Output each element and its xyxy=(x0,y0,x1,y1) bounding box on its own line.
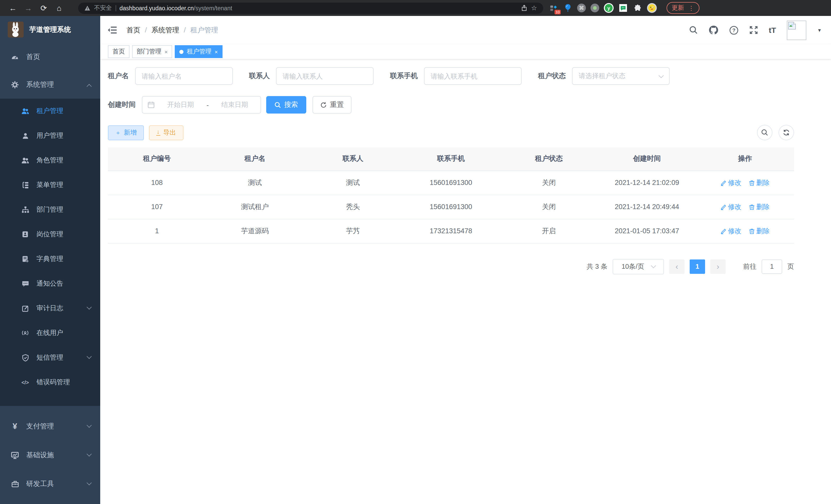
date-start-placeholder[interactable]: 开始日期 xyxy=(160,100,201,110)
update-label: 更新 xyxy=(672,4,684,12)
sidebar-item-dict[interactable]: 字典管理 xyxy=(0,246,100,271)
close-icon[interactable]: × xyxy=(165,49,168,55)
bookmark-star-icon[interactable]: ☆ xyxy=(531,4,537,12)
sidebar-item-audit-log[interactable]: 审计日志 xyxy=(0,296,100,321)
edit-link[interactable]: 修改 xyxy=(720,202,741,211)
recorder-extension-icon[interactable] xyxy=(591,4,599,12)
github-icon[interactable] xyxy=(709,25,718,35)
show-search-button[interactable] xyxy=(757,125,772,140)
edit-link[interactable]: 修改 xyxy=(720,226,741,236)
sidebar-item-errcode[interactable]: </> 错误码管理 xyxy=(0,370,100,394)
forward-icon[interactable]: → xyxy=(21,0,36,16)
sidebar-item-role[interactable]: 角色管理 xyxy=(0,148,100,173)
export-button[interactable]: ↓ 导出 xyxy=(149,125,183,140)
col-status: 租户状态 xyxy=(500,147,598,171)
extension-badge-icon[interactable]: 10 xyxy=(548,3,558,13)
sidebar-item-home[interactable]: 首页 xyxy=(0,43,100,71)
date-end-placeholder[interactable]: 结束日期 xyxy=(214,100,255,110)
sidebar-item-system[interactable]: 系统管理 xyxy=(0,71,100,99)
refresh-button[interactable] xyxy=(779,125,794,140)
menu-tree-icon xyxy=(21,181,30,189)
add-button[interactable]: ＋ 新增 xyxy=(108,125,144,140)
breadcrumb-system[interactable]: 系统管理 xyxy=(152,25,179,35)
kite-extension-icon[interactable] xyxy=(563,3,573,13)
breadcrumb-home[interactable]: 首页 xyxy=(126,25,140,35)
address-bar[interactable]: 不安全 dashboard.yudao.iocoder.cn/system/te… xyxy=(78,2,543,13)
sidebar-item-pay[interactable]: ¥ 支付管理 xyxy=(0,412,100,441)
browser-update-button[interactable]: 更新 ⋮ xyxy=(666,2,699,14)
cell-contact: 芋艿 xyxy=(304,219,402,243)
shield-check-icon xyxy=(21,354,30,361)
url-text[interactable]: dashboard.yudao.iocoder.cn/system/tenant xyxy=(119,5,232,11)
page-size-select[interactable]: 10条/页 xyxy=(612,259,664,274)
sidebar-item-user[interactable]: 用户管理 xyxy=(0,123,100,148)
sidebar-item-dept[interactable]: 部门管理 xyxy=(0,197,100,222)
profile-avatar-icon[interactable] xyxy=(647,3,657,13)
sidebar-item-tenant[interactable]: 租户管理 xyxy=(0,99,100,123)
sidebar-item-label: 短信管理 xyxy=(36,353,63,362)
svg-text:?: ? xyxy=(732,27,736,33)
next-page-button[interactable]: › xyxy=(710,259,726,274)
sidebar-item-devtools[interactable]: 研发工具 xyxy=(0,470,100,498)
app-logo-row[interactable]: 芋道管理系统 xyxy=(0,16,100,43)
screen: ← → ⟳ ⌂ 不安全 dashboard.yudao.iocoder.cn/s… xyxy=(0,0,831,504)
yudao-extension-icon[interactable]: y xyxy=(604,3,613,13)
sidebar-item-menu[interactable]: 菜单管理 xyxy=(0,173,100,197)
close-icon[interactable]: × xyxy=(214,49,218,55)
pagination-total: 共 3 条 xyxy=(586,262,607,271)
prev-page-button[interactable]: ‹ xyxy=(669,259,685,274)
command-extension-icon[interactable]: ⌘ xyxy=(577,4,586,12)
delete-link[interactable]: 删除 xyxy=(748,202,770,211)
security-label[interactable]: 不安全 xyxy=(94,4,112,12)
users-icon xyxy=(21,107,30,115)
message-icon xyxy=(21,280,30,288)
avatar[interactable] xyxy=(787,20,806,40)
sidebar-item-online-users[interactable]: 在线用户 xyxy=(0,321,100,345)
fullscreen-icon[interactable] xyxy=(749,26,758,34)
back-icon[interactable]: ← xyxy=(5,0,21,16)
sidebar-item-post[interactable]: 岗位管理 xyxy=(0,222,100,246)
reset-button[interactable]: 重置 xyxy=(312,96,351,114)
sidebar-item-label: 系统管理 xyxy=(26,80,54,89)
tenant-name-input[interactable] xyxy=(135,67,233,85)
reload-icon[interactable]: ⟳ xyxy=(36,0,51,16)
breadcrumb-separator: / xyxy=(184,26,186,34)
font-size-icon[interactable]: tT xyxy=(769,26,776,34)
home-icon[interactable]: ⌂ xyxy=(51,0,67,16)
share-icon[interactable] xyxy=(521,5,527,11)
cell-mobile: 17321315478 xyxy=(402,219,500,243)
menu-kebab-icon[interactable]: ⋮ xyxy=(688,4,694,11)
date-range-picker[interactable]: 开始日期 - 结束日期 xyxy=(142,96,261,114)
current-page-button[interactable]: 1 xyxy=(690,259,705,274)
extensions-puzzle-icon[interactable] xyxy=(633,3,642,13)
goto-label: 前往 xyxy=(743,262,756,271)
sidebar-item-notice[interactable]: 通知公告 xyxy=(0,271,100,296)
edit-link[interactable]: 修改 xyxy=(720,178,741,187)
audit-log-icon xyxy=(21,304,30,312)
sidebar-item-sms[interactable]: 短信管理 xyxy=(0,345,100,370)
cell-name: 芋道源码 xyxy=(206,219,304,243)
download-icon: ↓ xyxy=(156,129,160,136)
mobile-input[interactable] xyxy=(424,67,522,85)
tab-home[interactable]: 首页 xyxy=(108,45,130,58)
sidebar-item-label: 部门管理 xyxy=(36,205,63,214)
url-path: /system/tenant xyxy=(194,5,232,11)
sidebar-item-label: 字典管理 xyxy=(36,254,63,264)
search-button[interactable]: 搜索 xyxy=(266,96,306,114)
warning-icon xyxy=(84,5,90,11)
chat-extension-icon[interactable] xyxy=(618,3,628,13)
help-icon[interactable]: ? xyxy=(729,25,739,35)
sidebar-fold-icon[interactable] xyxy=(107,26,117,34)
tab-dept[interactable]: 部门管理 × xyxy=(132,45,172,58)
sidebar-item-infra[interactable]: 基础设施 xyxy=(0,441,100,470)
search-icon[interactable] xyxy=(689,26,698,34)
goto-page-input[interactable] xyxy=(762,259,782,274)
trash-icon xyxy=(748,204,755,210)
contact-input[interactable] xyxy=(276,67,374,85)
sidebar-item-label: 菜单管理 xyxy=(36,180,63,189)
delete-link[interactable]: 删除 xyxy=(748,226,770,236)
tab-tenant[interactable]: 租户管理 × xyxy=(175,45,223,58)
delete-link[interactable]: 删除 xyxy=(748,178,770,187)
status-select[interactable]: 请选择租户状态 xyxy=(572,67,670,85)
caret-down-icon[interactable]: ▼ xyxy=(817,28,822,33)
